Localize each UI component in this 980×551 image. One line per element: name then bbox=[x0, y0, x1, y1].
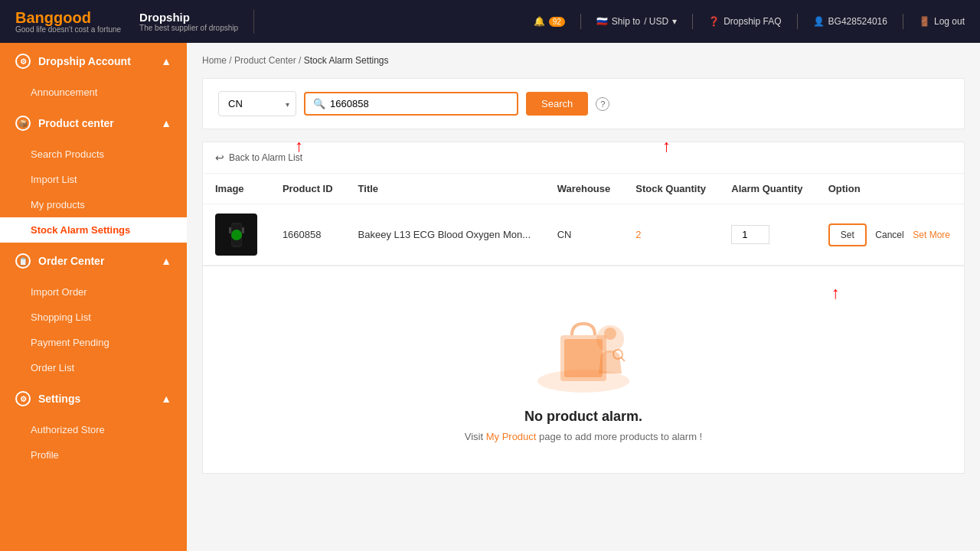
svg-rect-3 bbox=[229, 227, 231, 233]
no-product-text: Visit My Product page to add more produc… bbox=[218, 431, 949, 442]
sidebar-item-import-list[interactable]: Import List bbox=[0, 167, 187, 192]
sidebar-section-label-order: Order Center bbox=[38, 255, 104, 267]
logout-icon: 🚪 bbox=[919, 16, 930, 27]
watch-svg bbox=[221, 220, 252, 250]
sidebar-item-my-products[interactable]: My products bbox=[0, 192, 187, 217]
cancel-link[interactable]: Cancel bbox=[875, 230, 903, 240]
product-title-cell: Bakeey L13 ECG Blood Oxygen Mon... bbox=[346, 204, 545, 266]
brand-dropship: Dropship The best supplier of dropship bbox=[139, 11, 238, 32]
col-option: Option bbox=[816, 174, 964, 204]
sidebar-item-import-order[interactable]: Import Order bbox=[0, 279, 187, 305]
sidebar-item-order-list[interactable]: Order List bbox=[0, 355, 187, 380]
back-link-bar: ↩ Back to Alarm List bbox=[203, 142, 964, 174]
product-image-cell bbox=[203, 204, 270, 266]
no-product-text-visit: Visit bbox=[465, 431, 483, 442]
products-table: Image Product ID Title Warehouse Stock Q… bbox=[203, 174, 964, 266]
sidebar-item-search-products[interactable]: Search Products bbox=[0, 142, 187, 167]
sidebar-section-product-center[interactable]: 📦 Product center ▲ bbox=[0, 105, 187, 142]
sidebar: ⚙ Dropship Account ▲ Announcement 📦 Prod… bbox=[0, 43, 187, 551]
sidebar-item-stock-alarm[interactable]: Stock Alarm Settings bbox=[0, 217, 187, 243]
help-icon[interactable]: ? bbox=[596, 97, 609, 111]
user-icon: 👤 bbox=[813, 16, 825, 27]
logout-button[interactable]: 🚪 Log out bbox=[919, 16, 965, 27]
nav-divider-4 bbox=[903, 14, 903, 29]
product-center-icon: 📦 bbox=[15, 116, 31, 131]
nav-divider-3 bbox=[797, 14, 798, 29]
illustration-svg bbox=[522, 297, 645, 396]
faq-link[interactable]: ❓ Dropship FAQ bbox=[708, 16, 781, 27]
sidebar-section-dropship-account[interactable]: ⚙ Dropship Account ▲ bbox=[0, 43, 187, 80]
question-icon: ❓ bbox=[708, 16, 720, 27]
sidebar-section-settings[interactable]: ⚙ Settings ▲ bbox=[0, 380, 187, 417]
sidebar-section-label-dropship: Dropship Account bbox=[38, 55, 131, 67]
dropship-subtitle: The best supplier of dropship bbox=[139, 24, 238, 32]
sidebar-item-authorized-store[interactable]: Authorized Store bbox=[0, 417, 187, 442]
logout-label: Log out bbox=[934, 16, 965, 27]
main-layout: ⚙ Dropship Account ▲ Announcement 📦 Prod… bbox=[0, 43, 980, 551]
settings-icon: ⚙ bbox=[15, 391, 31, 406]
no-product-illustration bbox=[522, 297, 645, 396]
chevron-down-icon: ▾ bbox=[672, 16, 677, 27]
sidebar-item-shopping-list[interactable]: Shopping List bbox=[0, 305, 187, 330]
col-alarm-qty: Alarm Quantity bbox=[719, 174, 815, 204]
product-id-cell: 1660858 bbox=[270, 204, 346, 266]
order-center-icon: 📋 bbox=[15, 253, 31, 269]
nav-divider-2 bbox=[692, 14, 693, 29]
brand-area: Banggood Good life doesn't cost a fortun… bbox=[15, 10, 254, 34]
set-more-link[interactable]: Set More bbox=[913, 230, 950, 240]
sidebar-item-announcement[interactable]: Announcement bbox=[0, 80, 187, 105]
flag-icon: 🇷🇺 bbox=[596, 16, 608, 27]
col-image: Image bbox=[203, 174, 270, 204]
chevron-up-icon-product: ▲ bbox=[161, 117, 172, 129]
breadcrumb-home[interactable]: Home bbox=[202, 55, 227, 66]
no-product-heading: No product alarm. bbox=[218, 409, 949, 425]
my-product-link[interactable]: My Product bbox=[486, 431, 537, 442]
svg-rect-4 bbox=[242, 227, 244, 233]
chevron-up-icon-order: ▲ bbox=[161, 255, 172, 267]
notifications-bell[interactable]: 🔔 92 bbox=[534, 16, 565, 27]
warehouse-select[interactable]: CN US EU UK bbox=[219, 92, 296, 116]
sidebar-section-label-settings: Settings bbox=[38, 393, 80, 405]
chevron-up-icon-dropship: ▲ bbox=[161, 55, 172, 67]
product-option-cell: Set Cancel Set More ↑ bbox=[816, 204, 964, 266]
search-button[interactable]: Search bbox=[526, 92, 588, 116]
chevron-up-icon-settings: ▲ bbox=[161, 393, 172, 405]
user-id[interactable]: 👤 BG428524016 bbox=[813, 16, 887, 27]
brand-logo: Banggood bbox=[15, 10, 121, 25]
faq-label: Dropship FAQ bbox=[724, 16, 781, 27]
sidebar-section-order-center[interactable]: 📋 Order Center ▲ bbox=[0, 243, 187, 279]
brand-logo-area: Banggood Good life doesn't cost a fortun… bbox=[15, 10, 121, 34]
top-navigation: Banggood Good life doesn't cost a fortun… bbox=[0, 0, 980, 43]
ship-to[interactable]: 🇷🇺 Ship to / USD ▾ bbox=[596, 16, 677, 27]
sidebar-section-label-product: Product center bbox=[38, 117, 114, 129]
notification-count: 92 bbox=[549, 17, 565, 27]
sidebar-item-payment-pending[interactable]: Payment Pending bbox=[0, 330, 187, 355]
product-image bbox=[215, 214, 257, 256]
search-bar: CN US EU UK ▾ 🔍 Search ? ↑ ↑ bbox=[202, 78, 965, 129]
table-section: ↩ Back to Alarm List Image Product ID Ti… bbox=[202, 142, 965, 266]
alarm-qty-input[interactable] bbox=[731, 225, 769, 244]
nav-right: 🔔 92 🇷🇺 Ship to / USD ▾ ❓ Dropship FAQ 👤… bbox=[534, 14, 965, 29]
search-input-wrapper: 🔍 bbox=[304, 92, 518, 116]
back-arrow-icon: ↩ bbox=[215, 152, 224, 164]
col-product-id: Product ID bbox=[270, 174, 346, 204]
back-to-alarm-link[interactable]: Back to Alarm List bbox=[229, 152, 302, 163]
dropship-account-icon: ⚙ bbox=[15, 54, 31, 69]
col-warehouse: Warehouse bbox=[545, 174, 624, 204]
product-alarm-qty-cell bbox=[719, 204, 815, 266]
no-product-section: No product alarm. Visit My Product page … bbox=[202, 266, 965, 474]
sidebar-item-profile[interactable]: Profile bbox=[0, 442, 187, 468]
col-title: Title bbox=[346, 174, 545, 204]
main-content: Home / Product Center / Stock Alarm Sett… bbox=[187, 43, 980, 551]
ship-to-label: Ship to bbox=[612, 16, 640, 27]
breadcrumb-product-center[interactable]: Product Center bbox=[234, 55, 296, 66]
breadcrumb: Home / Product Center / Stock Alarm Sett… bbox=[202, 55, 965, 66]
no-product-text-after: page to add more products to alarm ! bbox=[539, 431, 702, 442]
user-id-label: BG428524016 bbox=[828, 16, 887, 27]
set-button[interactable]: Set bbox=[828, 223, 867, 246]
currency-label: / USD bbox=[644, 16, 668, 27]
search-icon: 🔍 bbox=[313, 98, 325, 109]
search-input[interactable] bbox=[330, 98, 509, 109]
table-row: 1660858 Bakeey L13 ECG Blood Oxygen Mon.… bbox=[203, 204, 964, 266]
product-warehouse-cell: CN bbox=[545, 204, 624, 266]
